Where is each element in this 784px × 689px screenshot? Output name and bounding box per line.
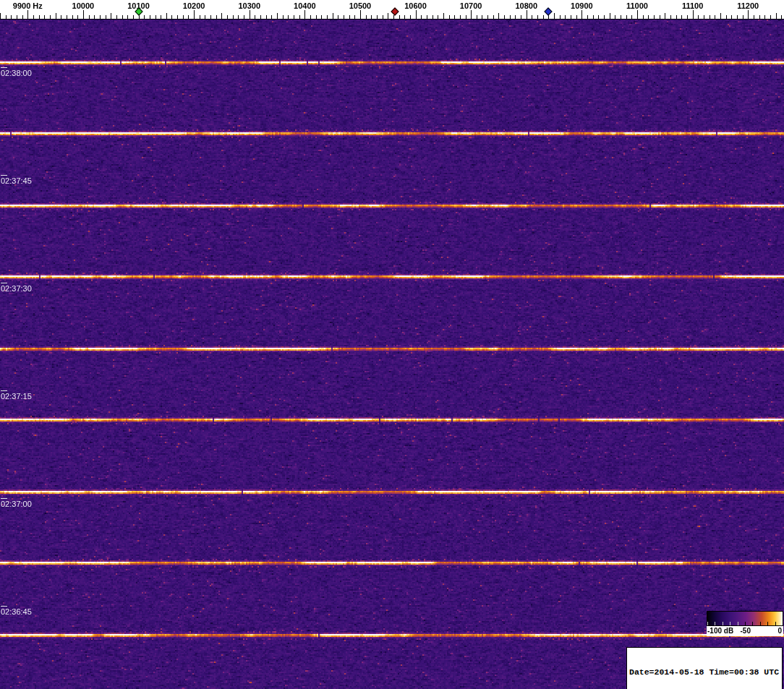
legend-tick-mark xyxy=(730,622,730,625)
red-diamond-marker-icon[interactable] xyxy=(391,7,399,15)
colorbar-labels: -100 dB -50 0 xyxy=(707,626,783,636)
frequency-ruler[interactable]: 9900 Hz100001010010200103001040010500106… xyxy=(0,0,784,20)
legend-tick-mark xyxy=(752,622,753,625)
blue-diamond-marker-icon[interactable] xyxy=(545,7,553,15)
legend-min-label: -100 dB xyxy=(707,627,733,635)
colorbar-gradient xyxy=(707,611,783,626)
legend-tick-mark xyxy=(738,622,738,625)
legend-tick-mark xyxy=(775,622,776,625)
legend-tick-mark xyxy=(707,622,708,625)
info-line-date: Date=2014-05-18 Time=00:38 UTC xyxy=(629,667,780,677)
legend-tick-mark xyxy=(723,622,723,625)
waterfall-display-app: 9900 Hz100001010010200103001040010500106… xyxy=(0,0,784,689)
legend-tick-mark xyxy=(767,622,768,625)
waterfall-spectrogram[interactable] xyxy=(0,20,784,689)
green-diamond-marker-icon[interactable] xyxy=(135,7,142,15)
legend-tick-mark xyxy=(745,622,746,625)
legend-tick-mark xyxy=(760,622,761,625)
legend-mid-label: -50 xyxy=(740,627,750,635)
colorbar-legend: -100 dB -50 0 xyxy=(707,611,783,636)
observation-info-box: Date=2014-05-18 Time=00:38 UTC Freq=143 … xyxy=(626,647,783,689)
frequency-markers xyxy=(0,0,784,20)
colorbar-ticks xyxy=(707,612,783,625)
legend-max-label: 0 xyxy=(777,627,782,635)
legend-tick-mark xyxy=(715,622,715,625)
legend-tick-mark xyxy=(783,622,783,625)
waterfall-area: 02:38:0002:37:4502:37:3002:37:1502:37:00… xyxy=(0,20,784,689)
